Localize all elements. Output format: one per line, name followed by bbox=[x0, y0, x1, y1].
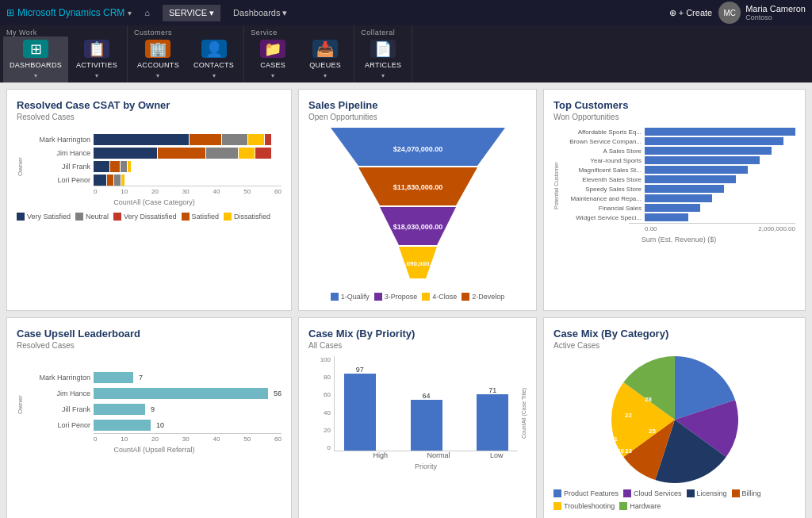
legend-close: 4-Close bbox=[422, 293, 457, 301]
legend-dot-close bbox=[422, 293, 430, 301]
accounts-ribbon-button[interactable]: 🏢 ACCOUNTS ▾ bbox=[131, 36, 186, 82]
funnel-svg: $24,070,000.00 $11,830,000.00 $18,030,00… bbox=[323, 128, 513, 286]
chart-sales-pipeline-title: Sales Pipeline bbox=[308, 99, 527, 111]
contacts-ribbon-chevron[interactable]: ▾ bbox=[213, 72, 216, 79]
legend-label-satisfied: Satisfied bbox=[192, 213, 220, 221]
csat-x-0: 0 bbox=[94, 188, 97, 195]
dashboards-nav-chevron: ▾ bbox=[282, 8, 287, 18]
dashboards-ribbon-chevron[interactable]: ▾ bbox=[34, 72, 37, 79]
articles-ribbon-chevron[interactable]: ▾ bbox=[381, 72, 385, 79]
csat-seg-lori-2 bbox=[107, 175, 113, 186]
create-button[interactable]: ⊕ + Create bbox=[669, 8, 713, 18]
ribbon-group-collateral-label: Collateral bbox=[354, 27, 401, 36]
customer-bar-4 bbox=[645, 156, 760, 164]
csat-seg-mark-3 bbox=[222, 134, 247, 145]
csat-row-mark: Mark Harrington bbox=[27, 134, 282, 145]
chart-case-upsell-title: Case Upsell Leaderboard bbox=[17, 328, 282, 340]
customer-name-1: Affordable Sports Eq... bbox=[562, 129, 642, 136]
priority-y-labels: 0 20 40 60 80 100 bbox=[308, 356, 331, 451]
top-customers-bars: Affordable Sports Eq... Brown Service Co… bbox=[562, 128, 795, 244]
dashboards-nav-item[interactable]: Dashboards ▾ bbox=[227, 5, 293, 21]
csat-bars-lori bbox=[94, 175, 282, 186]
legend-propose: 3-Propose bbox=[374, 293, 418, 301]
csat-legend: Very Satisfied Neutral Very Dissatisfied… bbox=[17, 213, 282, 221]
contacts-ribbon-button[interactable]: 👤 CONTACTS ▾ bbox=[187, 36, 240, 82]
csat-x-50: 50 bbox=[243, 188, 251, 195]
dashboards-ribbon-button[interactable]: ⊞ DASHBOARDS ▾ bbox=[3, 36, 68, 82]
csat-seg-mark-2 bbox=[190, 134, 221, 145]
service-label: SERVICE bbox=[169, 8, 207, 17]
customer-row-1: Affordable Sports Eq... bbox=[562, 128, 795, 136]
csat-seg-mark-5 bbox=[265, 134, 271, 145]
csat-x-40: 40 bbox=[213, 188, 220, 195]
priority-col-high: 97 bbox=[335, 366, 385, 451]
legend-dot-very-dissatisfied bbox=[113, 213, 121, 221]
customer-name-2: Brown Service Compan... bbox=[562, 138, 642, 145]
upsell-x-60: 60 bbox=[274, 436, 282, 443]
ribbon-items-collateral: 📄 ARTICLES ▾ bbox=[354, 36, 412, 82]
cases-icon: 📁 bbox=[260, 40, 285, 58]
legend-develop: 2-Develop bbox=[462, 293, 504, 301]
priority-x-axis-label: Priority bbox=[334, 462, 518, 470]
customer-bar-7 bbox=[645, 185, 724, 193]
category-legend: Product Features Cloud Services Licensin… bbox=[553, 489, 795, 510]
funnel-label-2: $11,830,000.00 bbox=[393, 183, 442, 191]
priority-bar-normal bbox=[411, 400, 442, 451]
legend-label-close: 4-Close bbox=[432, 293, 457, 301]
accounts-ribbon-chevron[interactable]: ▾ bbox=[156, 72, 159, 79]
upsell-x-10: 10 bbox=[121, 436, 128, 443]
pie-wrapper bbox=[553, 356, 795, 483]
articles-ribbon-button[interactable]: 📄 ARTICLES ▾ bbox=[358, 36, 408, 82]
csat-row-lori: Lori Penor bbox=[27, 175, 282, 186]
avatar: MC bbox=[718, 2, 741, 24]
legend-troubleshooting: Troubleshooting bbox=[553, 502, 615, 510]
queues-ribbon-button[interactable]: 📥 QUEUES ▾ bbox=[300, 36, 350, 82]
user-info: MC Maria Cameron Contoso bbox=[718, 2, 806, 24]
create-label: + Create bbox=[679, 8, 713, 17]
csat-chart-inner: Owner Mark Harrington bbox=[17, 128, 282, 206]
activities-ribbon-chevron[interactable]: ▾ bbox=[95, 72, 98, 79]
priority-y-60: 60 bbox=[324, 391, 331, 398]
upsell-x-axis-label: CountAll (Upsell Referral) bbox=[27, 446, 282, 454]
cases-ribbon-chevron[interactable]: ▾ bbox=[271, 72, 274, 79]
priority-col-normal: 64 bbox=[401, 392, 452, 451]
csat-row-jim: Jim Hance bbox=[27, 148, 282, 159]
chart-case-upsell: Case Upsell Leaderboard Resolved Cases O… bbox=[6, 317, 292, 518]
legend-label-hardware: Hardware bbox=[630, 502, 661, 510]
csat-bars-jim bbox=[94, 148, 282, 159]
dashboards-ribbon-label: DASHBOARDS bbox=[10, 61, 62, 69]
chart-top-customers-subtitle: Won Opportunities bbox=[553, 113, 795, 121]
windows-icon: ⊞ bbox=[6, 7, 14, 18]
customer-bar-6 bbox=[645, 175, 736, 183]
articles-icon: 📄 bbox=[370, 40, 396, 58]
cases-ribbon-button[interactable]: 📁 CASES ▾ bbox=[247, 36, 298, 82]
lb-row-lori: Lori Penor 10 bbox=[27, 420, 282, 431]
funnel-label-4: $7,090,000.00 bbox=[397, 260, 439, 267]
lb-row-mark: Mark Harrington 7 bbox=[27, 372, 282, 383]
queues-ribbon-chevron[interactable]: ▾ bbox=[324, 72, 327, 79]
chart-resolved-case-csat-title: Resolved Case CSAT by Owner bbox=[17, 99, 282, 111]
contacts-ribbon-label: CONTACTS bbox=[193, 61, 234, 69]
lb-value-jill: 9 bbox=[151, 405, 155, 413]
csat-bar-chart: Mark Harrington Jim Hance bbox=[27, 134, 282, 186]
top-customers-inner: Potential Customer Affordable Sports Eq.… bbox=[553, 128, 795, 244]
lb-row-jill: Jill Frank 9 bbox=[27, 404, 282, 415]
priority-value-high: 97 bbox=[356, 366, 364, 374]
csat-bars-mark bbox=[94, 134, 282, 145]
activities-ribbon-button[interactable]: 📋 ACTIVITIES ▾ bbox=[70, 36, 124, 82]
legend-label-billing: Billing bbox=[742, 489, 761, 497]
priority-xlabel-high: High bbox=[359, 451, 401, 459]
brand-chevron[interactable]: ▾ bbox=[128, 9, 132, 17]
priority-xlabel-normal: Normal bbox=[417, 451, 459, 459]
ribbon-items-customers: 🏢 ACCOUNTS ▾ 👤 CONTACTS ▾ bbox=[128, 36, 243, 82]
home-nav-item[interactable]: ⌂ bbox=[138, 5, 156, 21]
upsell-x-axis-line bbox=[94, 433, 282, 434]
legend-label-licensing: Licensing bbox=[697, 489, 727, 497]
legend-label-very-satisfied: Very Satisfied bbox=[27, 213, 71, 221]
legend-dot-cloud bbox=[623, 489, 631, 497]
lb-bar-lori bbox=[94, 420, 151, 431]
top-navigation: ⊞ Microsoft Dynamics CRM ▾ ⌂ SERVICE ▾ D… bbox=[0, 0, 812, 25]
chart-resolved-case-csat-subtitle: Resolved Cases bbox=[17, 113, 282, 121]
service-nav-item[interactable]: SERVICE ▾ bbox=[163, 5, 220, 21]
customer-bar-9 bbox=[645, 204, 700, 212]
